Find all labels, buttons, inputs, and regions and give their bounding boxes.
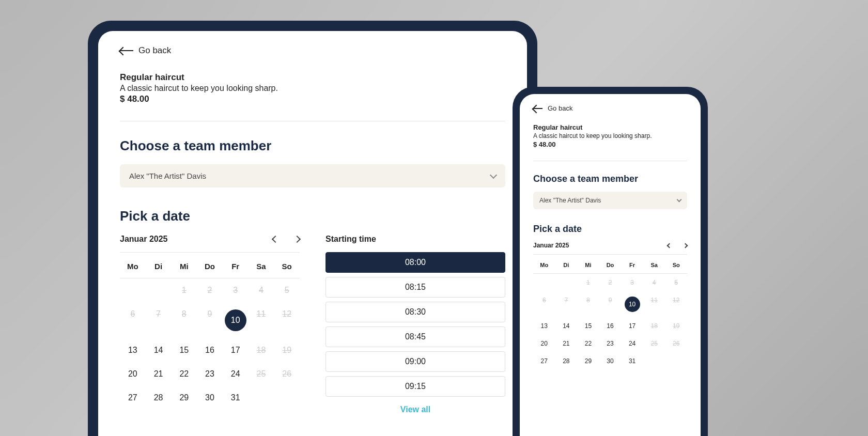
- calendar-day[interactable]: 21: [555, 335, 578, 352]
- service-description: A classic haircut to keep you looking sh…: [120, 84, 505, 93]
- selected-team-member: Alex "The Artist" Davis: [539, 197, 601, 204]
- calendar-day: 9: [197, 302, 223, 338]
- calendar-next-button[interactable]: [683, 243, 688, 248]
- calendar-day[interactable]: 27: [533, 352, 555, 370]
- calendar-day[interactable]: 13: [533, 317, 555, 335]
- calendar-day: 5: [665, 274, 687, 291]
- team-member-select[interactable]: Alex "The Artist" Davis: [120, 164, 505, 188]
- go-back-button[interactable]: Go back: [533, 104, 687, 112]
- calendar-dow: Fr: [621, 257, 643, 274]
- calendar-day: 26: [274, 362, 300, 386]
- calendar-month-label: Januar 2025: [120, 235, 168, 244]
- calendar-dow: So: [274, 255, 300, 278]
- calendar-panel: Januar 2025 MoDiMiDoFrSaSo12345678910111…: [120, 235, 300, 414]
- calendar-day: 1: [171, 278, 197, 302]
- calendar-day: 19: [274, 338, 300, 362]
- calendar-day: [533, 274, 555, 291]
- calendar-day[interactable]: 29: [171, 386, 197, 410]
- calendar-day[interactable]: 14: [146, 338, 172, 362]
- calendar-day: 11: [643, 291, 665, 317]
- view-all-link[interactable]: View all: [326, 405, 505, 414]
- calendar-day[interactable]: 21: [146, 362, 172, 386]
- calendar-day[interactable]: 22: [171, 362, 197, 386]
- calendar-day[interactable]: 30: [197, 386, 223, 410]
- time-slot[interactable]: 09:15: [326, 376, 505, 397]
- calendar-next-button[interactable]: [293, 236, 301, 243]
- calendar-day[interactable]: 24: [223, 362, 249, 386]
- calendar-day: 2: [599, 274, 622, 291]
- service-title: Regular haircut: [120, 72, 505, 83]
- calendar-day: 25: [249, 362, 274, 386]
- calendar-day[interactable]: 20: [120, 362, 146, 386]
- calendar-day[interactable]: 22: [577, 335, 599, 352]
- calendar-day[interactable]: 23: [197, 362, 223, 386]
- calendar-day: 7: [146, 302, 172, 338]
- calendar-day[interactable]: 13: [120, 338, 146, 362]
- calendar-day[interactable]: 31: [223, 386, 249, 410]
- calendar-day: 5: [274, 278, 300, 302]
- calendar-day: [120, 278, 146, 302]
- calendar-day: 4: [643, 274, 665, 291]
- calendar-day: 19: [665, 317, 687, 335]
- time-slot[interactable]: 09:00: [326, 351, 505, 372]
- calendar-day[interactable]: 17: [621, 317, 643, 335]
- calendar-day: 25: [643, 335, 665, 352]
- go-back-label: Go back: [548, 104, 572, 112]
- calendar-day[interactable]: 10: [621, 291, 643, 317]
- calendar-dow: Fr: [223, 255, 249, 278]
- calendar-day: [555, 274, 578, 291]
- selected-team-member: Alex "The Artist" Davis: [129, 172, 206, 180]
- phone-screen: Go back Regular haircut A classic haircu…: [520, 94, 701, 436]
- calendar-day[interactable]: 28: [146, 386, 172, 410]
- calendar-day[interactable]: 14: [555, 317, 578, 335]
- calendar-day[interactable]: 15: [171, 338, 197, 362]
- calendar-day[interactable]: 24: [621, 335, 643, 352]
- calendar-day: 12: [665, 291, 687, 317]
- calendar-day[interactable]: 23: [599, 335, 622, 352]
- calendar-day[interactable]: 31: [621, 352, 643, 370]
- chevron-down-icon: [490, 171, 497, 178]
- calendar-dow: Do: [599, 257, 622, 274]
- calendar-day: 26: [665, 335, 687, 352]
- choose-team-heading: Choose a team member: [120, 138, 505, 154]
- time-slot[interactable]: 08:00: [326, 252, 505, 273]
- calendar-day: 9: [599, 291, 622, 317]
- calendar-day[interactable]: 30: [599, 352, 622, 370]
- calendar-prev-button[interactable]: [272, 236, 279, 243]
- time-slot[interactable]: 08:30: [326, 302, 505, 322]
- service-price: $ 48.00: [120, 94, 505, 104]
- calendar-dow: Mo: [533, 257, 555, 274]
- calendar-day[interactable]: 16: [599, 317, 622, 335]
- chevron-down-icon: [677, 197, 682, 202]
- calendar-day: 3: [223, 278, 249, 302]
- calendar-day[interactable]: 15: [577, 317, 599, 335]
- calendar-month-label: Januar 2025: [533, 242, 569, 249]
- go-back-button[interactable]: Go back: [120, 45, 505, 56]
- time-slot[interactable]: 08:15: [326, 277, 505, 298]
- calendar-day[interactable]: 28: [555, 352, 578, 370]
- calendar-grid-tablet: MoDiMiDoFrSaSo12345678910111213141516171…: [120, 255, 300, 410]
- calendar-day[interactable]: 20: [533, 335, 555, 352]
- calendar-day[interactable]: 27: [120, 386, 146, 410]
- calendar-day[interactable]: 10: [223, 302, 249, 338]
- time-slot[interactable]: 08:45: [326, 326, 505, 347]
- calendar-day: 11: [249, 302, 274, 338]
- arrow-left-icon: [120, 50, 133, 51]
- team-member-select[interactable]: Alex "The Artist" Davis: [533, 192, 687, 209]
- calendar-day: [146, 278, 172, 302]
- service-description: A classic haircut to keep you looking sh…: [533, 132, 687, 139]
- calendar-dow: Di: [146, 255, 172, 278]
- calendar-day: 1: [577, 274, 599, 291]
- calendar-day: 7: [555, 291, 578, 317]
- calendar-prev-button[interactable]: [667, 243, 672, 248]
- calendar-day[interactable]: 29: [577, 352, 599, 370]
- calendar-day[interactable]: 16: [197, 338, 223, 362]
- pick-date-heading: Pick a date: [533, 224, 687, 235]
- calendar-day[interactable]: 17: [223, 338, 249, 362]
- calendar-panel: Januar 2025 MoDiMiDoFrSaSo12345678910111…: [533, 242, 687, 370]
- calendar-day: 8: [577, 291, 599, 317]
- service-title: Regular haircut: [533, 123, 687, 131]
- divider: [120, 121, 505, 121]
- choose-team-heading: Choose a team member: [533, 174, 687, 184]
- calendar-day: 6: [533, 291, 555, 317]
